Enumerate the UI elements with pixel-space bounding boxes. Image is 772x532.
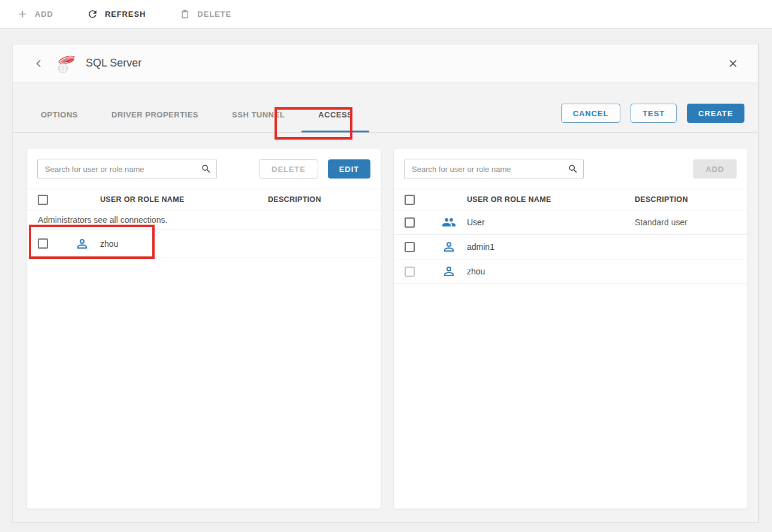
test-button[interactable]: TEST (631, 104, 677, 123)
sql-server-logo-icon (56, 53, 76, 74)
granted-search-input[interactable] (37, 159, 217, 179)
create-button[interactable]: CREATE (687, 104, 744, 123)
granted-col-name: USER OR ROLE NAME (100, 195, 268, 204)
close-icon[interactable] (726, 56, 740, 71)
users-group-icon (442, 215, 456, 229)
refresh-label: REFRESH (105, 10, 146, 19)
granted-row-checkbox[interactable] (38, 238, 48, 249)
available-row-user[interactable]: User Standard user (394, 210, 747, 235)
available-table-header: USER OR ROLE NAME DESCRIPTION (394, 189, 747, 210)
connection-dialog: SQL Server OPTIONS DRIVER PROPERTIES SSH… (12, 44, 759, 523)
dialog-actions: CANCEL TEST CREATE (561, 104, 744, 123)
add-connection-button[interactable]: ADD (17, 8, 53, 20)
available-users-panel: ADD USER OR ROLE NAME DESCRIPTION User S… (394, 149, 747, 509)
available-panel-toolbar: ADD (394, 149, 747, 189)
available-row-name: zhou (467, 267, 635, 276)
cancel-button[interactable]: CANCEL (561, 104, 621, 123)
granted-col-description: DESCRIPTION (268, 195, 381, 204)
dialog-header: SQL Server (13, 44, 758, 83)
delete-connection-label: DELETE (197, 10, 231, 19)
available-row-admin1[interactable]: admin1 (394, 235, 747, 259)
tab-ssh-tunnel[interactable]: SSH TUNNEL (215, 110, 301, 132)
available-select-all-checkbox[interactable] (405, 195, 415, 205)
user-icon (75, 237, 89, 251)
available-row-name: admin1 (467, 242, 635, 252)
dialog-title: SQL Server (86, 57, 141, 69)
tab-access[interactable]: ACCESS (301, 110, 369, 132)
user-icon (442, 240, 456, 254)
refresh-icon (87, 8, 98, 20)
delete-access-button[interactable]: DELETE (259, 159, 318, 179)
active-tab-underline (301, 131, 369, 132)
available-search-input[interactable] (404, 159, 584, 179)
plus-icon (17, 8, 28, 20)
available-row-checkbox-disabled (405, 267, 415, 277)
available-col-description: DESCRIPTION (635, 195, 747, 204)
available-col-name: USER OR ROLE NAME (467, 195, 635, 204)
user-icon (442, 264, 456, 279)
granted-table-header: USER OR ROLE NAME DESCRIPTION (27, 189, 381, 210)
edit-access-button[interactable]: EDIT (328, 159, 370, 179)
available-row-checkbox[interactable] (405, 242, 415, 252)
available-row-description: Standard user (635, 217, 747, 227)
tab-driver-properties[interactable]: DRIVER PROPERTIES (95, 110, 215, 132)
granted-select-all-checkbox[interactable] (38, 195, 48, 205)
refresh-button[interactable]: REFRESH (87, 8, 146, 20)
admin-info-message: Administrators see all connections. (27, 210, 381, 229)
granted-panel-toolbar: DELETE EDIT (27, 149, 381, 189)
granted-row-name: zhou (100, 239, 268, 249)
top-toolbar: ADD REFRESH DELETE (0, 0, 772, 29)
granted-users-panel: DELETE EDIT USER OR ROLE NAME DESCRIPTIO… (27, 149, 381, 509)
add-connection-label: ADD (35, 10, 53, 19)
add-access-button[interactable]: ADD (693, 159, 737, 179)
dialog-tabstrip: OPTIONS DRIVER PROPERTIES SSH TUNNEL ACC… (13, 83, 758, 133)
tab-options[interactable]: OPTIONS (24, 110, 95, 132)
back-button[interactable] (32, 56, 46, 71)
available-row-checkbox[interactable] (405, 217, 415, 228)
delete-connection-button[interactable]: DELETE (179, 8, 231, 20)
available-row-zhou[interactable]: zhou (394, 259, 747, 284)
available-row-name: User (467, 217, 635, 227)
granted-row-zhou[interactable]: zhou (27, 229, 381, 258)
trash-icon (179, 8, 191, 20)
